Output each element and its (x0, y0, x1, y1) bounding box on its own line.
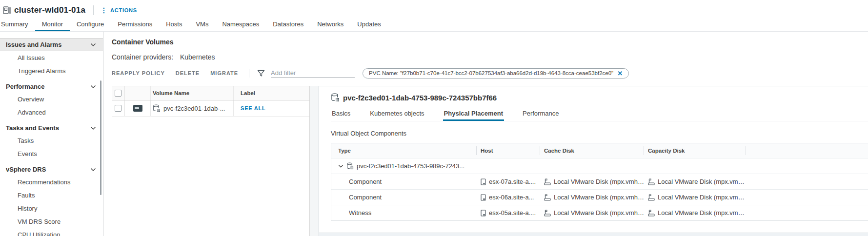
capacity-disk-cell: Local VMware Disk (mpx.vmhba3:C0:T... (644, 209, 746, 216)
capacity-disk-name: Local VMware Disk (mpx.vmhba3:C0:T... (658, 209, 746, 216)
capacity-disk-name: Local VMware Disk (mpx.vmhba4:C0:T... (658, 178, 746, 185)
host-icon (481, 178, 486, 185)
container-volume-icon (331, 93, 340, 102)
sidebar-item-advanced[interactable]: Advanced (0, 106, 103, 119)
tab-updates[interactable]: Updates (350, 19, 387, 31)
tab-physical-placement[interactable]: Physical Placement (443, 108, 504, 121)
group-row[interactable]: pvc-f2c3ed01-1dab-4753-989c-7243... (331, 158, 868, 174)
migrate-button[interactable]: MIGRATE (210, 70, 238, 76)
cache-disk-name: Local VMware Disk (mpx.vmhba2:C0:T... (554, 194, 644, 201)
select-all-cell (112, 86, 125, 100)
sidebar-group-vsphere-drs[interactable]: vSphere DRS (0, 163, 103, 176)
toolbar-divider (249, 69, 249, 78)
sidebar-group-performance[interactable]: Performance (0, 80, 103, 93)
container-volume-icon (153, 104, 161, 112)
chevron-down-icon (90, 126, 96, 130)
delete-button[interactable]: DELETE (176, 70, 200, 76)
disk-icon (544, 178, 551, 185)
volume-detail-title: pvc-f2c3ed01-1dab-4753-989c-724357bb7f66 (343, 94, 497, 102)
capacity-disk-cell: Local VMware Disk (mpx.vmhba4:C0:T... (644, 194, 746, 201)
host-cell: esx-06a.site-a... (477, 194, 540, 201)
type-cell: Component (331, 178, 477, 185)
host-column-header[interactable]: Host (477, 146, 540, 155)
sidebar-item-history[interactable]: History (0, 202, 103, 215)
remove-filter-icon[interactable]: ✕ (617, 70, 623, 77)
column-label: Label (241, 90, 255, 96)
cluster-icon (3, 6, 11, 15)
disk-icon (544, 210, 551, 216)
host-icon (481, 194, 486, 201)
column-label: Volume Name (153, 90, 189, 96)
chevron-down-icon (90, 168, 96, 172)
sidebar-item-all-issues[interactable]: All Issues (0, 51, 103, 64)
tab-summary[interactable]: Summary (0, 19, 35, 31)
see-all-link[interactable]: SEE ALL (241, 105, 266, 111)
table-row[interactable]: pvc-f2c3ed01-1dab-... SEE ALL (112, 100, 309, 117)
sidebar-item-overview[interactable]: Overview (0, 93, 103, 106)
detail-tab-bar: Basics Kubernetes objects Physical Place… (331, 108, 868, 121)
sidebar-item-tasks[interactable]: Tasks (0, 134, 103, 147)
host-name: esx-05a.site-a.... (489, 209, 536, 216)
virtual-object-components-title: Virtual Object Components (331, 130, 868, 137)
group-row-label: pvc-f2c3ed01-1dab-4753-989c-7243... (357, 162, 464, 170)
tab-monitor[interactable]: Monitor (35, 19, 70, 31)
volumes-toolbar: REAPPLY POLICY DELETE MIGRATE PVC Name: … (112, 67, 868, 79)
sidebar-group-tasks-and-events[interactable]: Tasks and Events (0, 122, 103, 134)
details-card-icon[interactable] (133, 105, 142, 112)
tab-performance[interactable]: Performance (522, 108, 560, 121)
volume-name-column-header[interactable]: Volume Name (150, 86, 233, 100)
actions-button[interactable]: ⋮ ACTIONS (101, 7, 137, 14)
kebab-menu-icon: ⋮ (101, 7, 108, 14)
tab-permissions[interactable]: Permissions (111, 19, 159, 31)
disk-icon (544, 194, 551, 201)
tab-basics[interactable]: Basics (331, 108, 351, 121)
table-row[interactable]: Component esx-07a.site-a.... Local VMwar… (331, 174, 868, 189)
cache-disk-column-header[interactable]: Cache Disk (540, 146, 644, 155)
sidebar-group-label: vSphere DRS (6, 166, 46, 173)
header-divider (93, 5, 94, 15)
pvc-name-filter-chip[interactable]: PVC Name: "f27b0b71-c70e-41c7-bcc2-07b62… (363, 68, 629, 79)
sidebar-item-faults[interactable]: Faults (0, 189, 103, 202)
monitor-sidebar: Issues and Alarms All Issues Triggered A… (0, 32, 103, 236)
type-cell: Witness (331, 209, 477, 216)
tab-vms[interactable]: VMs (189, 19, 215, 31)
row-checkbox[interactable] (115, 105, 121, 112)
host-icon (481, 210, 486, 216)
label-column-header[interactable]: Label (233, 86, 309, 100)
tab-configure[interactable]: Configure (70, 19, 111, 31)
sidebar-item-events[interactable]: Events (0, 147, 103, 160)
volume-detail-panel: pvc-f2c3ed01-1dab-4753-989c-724357bb7f66… (319, 86, 868, 236)
select-all-checkbox[interactable] (115, 90, 121, 97)
capacity-disk-cell: Local VMware Disk (mpx.vmhba4:C0:T... (644, 178, 746, 185)
cache-disk-cell: Local VMware Disk (mpx.vmhba2:C0:T... (540, 194, 644, 201)
panel-gutter (310, 86, 319, 236)
chevron-down-icon[interactable] (338, 164, 343, 168)
cache-disk-name: Local VMware Disk (mpx.vmhba2:C0:T... (554, 209, 644, 216)
table-row[interactable]: Witness esx-05a.site-a.... Local VMware … (331, 205, 868, 220)
providers-label: Container providers: (112, 53, 173, 61)
tab-hosts[interactable]: Hosts (159, 19, 189, 31)
capacity-disk-column-header[interactable]: Capacity Disk (644, 146, 746, 155)
chevron-down-icon (90, 85, 96, 89)
sidebar-group-issues-and-alarms[interactable]: Issues and Alarms (0, 38, 103, 51)
tab-datastores[interactable]: Datastores (266, 19, 310, 31)
sidebar-item-triggered-alarms[interactable]: Triggered Alarms (0, 64, 103, 78)
sidebar-group-label: Issues and Alarms (6, 41, 61, 48)
container-volume-icon (346, 162, 354, 170)
sidebar-item-vm-drs-score[interactable]: VM DRS Score (0, 215, 103, 228)
host-cell: esx-07a.site-a.... (477, 178, 540, 185)
placement-table-header: Type Host Cache Disk Capacity Disk (331, 143, 868, 158)
tab-namespaces[interactable]: Namespaces (215, 19, 266, 31)
volume-name-cell[interactable]: pvc-f2c3ed01-1dab-... (150, 100, 233, 116)
add-filter-input[interactable] (271, 68, 355, 78)
type-column-header[interactable]: Type (331, 146, 477, 155)
filter-funnel-icon (257, 70, 265, 77)
volume-name: pvc-f2c3ed01-1dab-... (163, 105, 225, 112)
sidebar-scrollbar[interactable] (100, 80, 101, 195)
tab-networks[interactable]: Networks (310, 19, 350, 31)
reapply-policy-button[interactable]: REAPPLY POLICY (112, 70, 165, 76)
sidebar-item-cpu-utilization[interactable]: CPU Utilization (0, 228, 103, 236)
table-row[interactable]: Component esx-06a.site-a... Local VMware… (331, 189, 868, 205)
sidebar-item-recommendations[interactable]: Recommendations (0, 176, 103, 189)
tab-kubernetes-objects[interactable]: Kubernetes objects (369, 108, 425, 121)
